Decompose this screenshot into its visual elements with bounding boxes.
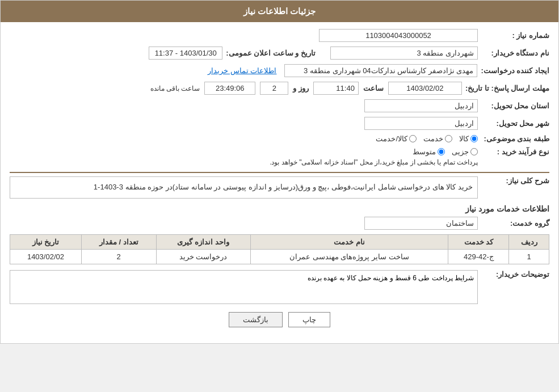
category-radio-group: کالا خدمت کالا/خدمت	[376, 134, 478, 143]
category-option-kala-khedmat[interactable]: کالا/خدمت	[376, 134, 417, 143]
page-title: جزئیات اطلاعات نیاز	[243, 6, 316, 16]
table-row: 1 ج-42-429 ساخت سایر پروژه‌های مهندسی عم…	[10, 249, 549, 264]
service-group-label: گروه خدمت:	[481, 219, 549, 227]
col-header-rownum: ردیف	[509, 234, 549, 249]
cell-rownum: 1	[509, 249, 549, 264]
category-label-kala: کالا	[459, 134, 469, 143]
deadline-days-label: روز و	[293, 84, 309, 92]
process-option-jozi[interactable]: جزیی	[452, 147, 478, 156]
category-radio-kala[interactable]	[470, 135, 478, 142]
cell-qty: 2	[81, 249, 156, 264]
cell-code: ج-42-429	[448, 249, 509, 264]
creator-value: مهدی نژادصفر کارشناس نداركات04 شهرداری م…	[284, 64, 477, 77]
deadline-time-value: 11:40	[313, 82, 359, 95]
process-radio-motavasset[interactable]	[438, 148, 445, 155]
process-label-motavasset: متوسط	[413, 147, 436, 156]
cell-date: 1403/02/02	[10, 249, 82, 264]
process-option-motavasset[interactable]: متوسط	[413, 147, 445, 156]
remaining-time-value: 23:49:06	[204, 82, 255, 95]
buyer-notes-label: توضیحات خریدار:	[481, 270, 549, 279]
category-label-kala-khedmat: کالا/خدمت	[376, 134, 407, 143]
items-table: ردیف کد خدمت نام خدمت واحد اندازه گیری ت…	[10, 234, 549, 264]
description-section-title: شرح کلی نیاز:	[481, 176, 549, 185]
page-header: جزئیات اطلاعات نیاز	[1, 1, 558, 22]
category-label-khedmat: خدمت	[423, 134, 443, 143]
service-group-value: ساختمان	[364, 217, 478, 230]
reply-deadline-label: مهلت ارسال پاسخ: تا تاریخ:	[465, 84, 549, 92]
description-text: خرید کالا های درخواستی شامل ایرانیت،فوطی…	[10, 176, 478, 199]
col-header-name: نام خدمت	[250, 234, 448, 249]
need-number-label: شماره نیاز :	[481, 31, 549, 40]
announce-date-label: تاریخ و ساعت اعلان عمومی:	[226, 49, 316, 57]
cell-unit: درخواست خرید	[156, 249, 250, 264]
announce-date-value: 1403/01/30 - 11:37	[149, 47, 222, 60]
process-radio-jozi[interactable]	[470, 148, 478, 155]
need-number-value: 1103004043000052	[319, 29, 478, 42]
process-label-jozi: جزیی	[452, 147, 469, 156]
category-label: طبقه بندی موضوعی:	[481, 134, 549, 143]
delivery-city-value: اردبیل	[364, 117, 478, 130]
col-header-code: کد خدمت	[448, 234, 509, 249]
col-header-unit: واحد اندازه گیری	[156, 234, 250, 249]
buyer-notes-textarea[interactable]	[10, 270, 478, 304]
creator-label: ایجاد کننده درخواست:	[481, 66, 549, 75]
process-radio-group: جزیی متوسط	[270, 147, 478, 156]
remaining-label: ساعت باقی مانده	[150, 85, 200, 92]
deadline-date-value: 1403/02/02	[388, 82, 462, 95]
cell-name: ساخت سایر پروژه‌های مهندسی عمران	[250, 249, 448, 264]
buyer-org-label: نام دستگاه خریدار:	[481, 49, 549, 57]
process-note: پرداخت تمام یا بخشی از مبلغ خرید،از محل …	[270, 158, 478, 166]
creator-contact-link[interactable]: اطلاعات تماس خریدار	[208, 66, 276, 75]
back-button[interactable]: بازگشت	[229, 312, 283, 327]
delivery-province-label: استان محل تحویل:	[481, 102, 549, 110]
col-header-qty: تعداد / مقدار	[81, 234, 156, 249]
category-radio-kala-khedmat[interactable]	[409, 135, 417, 142]
category-radio-khedmat[interactable]	[445, 135, 452, 142]
category-option-khedmat[interactable]: خدمت	[423, 134, 452, 143]
col-header-date: تاریخ نیاز	[10, 234, 82, 249]
buyer-org-value: شهرداری منطقه 3	[330, 47, 478, 60]
delivery-province-value: اردبیل	[364, 99, 478, 112]
category-option-kala[interactable]: کالا	[459, 134, 478, 143]
print-button[interactable]: چاپ	[288, 312, 330, 327]
deadline-days-value: 2	[260, 82, 288, 95]
delivery-city-label: شهر محل تحویل:	[481, 119, 549, 128]
services-section-title: اطلاعات خدمات مورد نیاز	[10, 204, 549, 213]
deadline-time-label: ساعت	[363, 84, 384, 92]
process-type-label: نوع فرآیند خرید :	[481, 147, 549, 156]
